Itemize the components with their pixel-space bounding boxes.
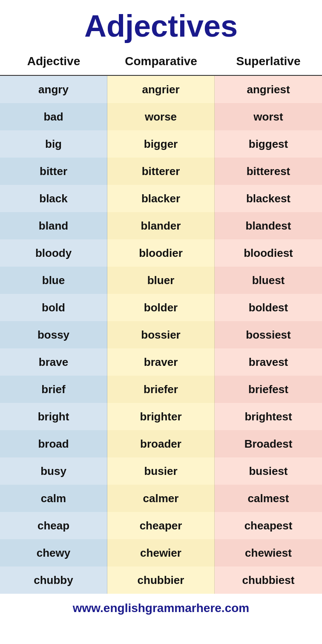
cell-comparative: bluer [107, 267, 215, 294]
cell-adjective: cheap [0, 512, 107, 539]
cell-superlative: bitterest [215, 158, 322, 185]
cell-superlative: cheapest [215, 512, 322, 539]
cell-superlative: bluest [215, 267, 322, 294]
cell-superlative: chubbiest [215, 566, 322, 594]
cell-superlative: blackest [215, 185, 322, 212]
table-body: angryangrierangriestbadworseworstbigbigg… [0, 76, 322, 594]
table-header: Adjective Comparative Superlative [0, 48, 322, 76]
cell-comparative: broader [107, 430, 215, 457]
table-row: briefbrieferbriefest [0, 376, 322, 403]
cell-comparative: bloodier [107, 239, 215, 267]
cell-comparative: busier [107, 457, 215, 485]
cell-adjective: bold [0, 294, 107, 321]
table-row: calmcalmercalmest [0, 485, 322, 512]
adjectives-table: 🎓 🇬🇧 English Grammar Here .Com 🎓 🇬🇧 Engl… [0, 48, 322, 594]
cell-comparative: worse [107, 103, 215, 130]
table-row: chubbychubbierchubbiest [0, 566, 322, 594]
cell-comparative: cheaper [107, 512, 215, 539]
table-row: broadbroaderBroadest [0, 430, 322, 457]
cell-superlative: bloodiest [215, 239, 322, 267]
cell-superlative: blandest [215, 212, 322, 239]
cell-adjective: bland [0, 212, 107, 239]
cell-comparative: bigger [107, 130, 215, 158]
cell-comparative: chewier [107, 539, 215, 566]
header-adjective: Adjective [0, 51, 107, 72]
cell-superlative: briefest [215, 376, 322, 403]
cell-superlative: biggest [215, 130, 322, 158]
header-superlative: Superlative [215, 51, 322, 72]
cell-superlative: worst [215, 103, 322, 130]
cell-adjective: blue [0, 267, 107, 294]
cell-superlative: calmest [215, 485, 322, 512]
cell-adjective: brief [0, 376, 107, 403]
table-row: busybusierbusiest [0, 457, 322, 485]
cell-adjective: brave [0, 348, 107, 376]
cell-comparative: bossier [107, 321, 215, 348]
table-row: badworseworst [0, 103, 322, 130]
cell-superlative: bravest [215, 348, 322, 376]
cell-superlative: Broadest [215, 430, 322, 457]
table-wrapper: Adjective Comparative Superlative angrya… [0, 48, 322, 594]
cell-adjective: bloody [0, 239, 107, 267]
page-title: Adjectives [0, 0, 322, 48]
cell-comparative: bolder [107, 294, 215, 321]
cell-comparative: braver [107, 348, 215, 376]
cell-adjective: broad [0, 430, 107, 457]
cell-superlative: bossiest [215, 321, 322, 348]
table-row: bluebluerbluest [0, 267, 322, 294]
cell-comparative: blander [107, 212, 215, 239]
cell-adjective: bitter [0, 158, 107, 185]
table-row: bloodybloodierbloodiest [0, 239, 322, 267]
table-row: bitterbittererbitterest [0, 158, 322, 185]
cell-adjective: bossy [0, 321, 107, 348]
cell-comparative: angrier [107, 76, 215, 103]
cell-adjective: bright [0, 403, 107, 430]
table-row: boldbolderboldest [0, 294, 322, 321]
table-row: bossybossierbossiest [0, 321, 322, 348]
table-row: chewychewierchewiest [0, 539, 322, 566]
cell-adjective: chubby [0, 566, 107, 594]
cell-adjective: chewy [0, 539, 107, 566]
table-row: blandblanderblandest [0, 212, 322, 239]
table-row: blackblackerblackest [0, 185, 322, 212]
table-row: angryangrierangriest [0, 76, 322, 103]
table-row: bigbiggerbiggest [0, 130, 322, 158]
cell-superlative: brightest [215, 403, 322, 430]
table-row: bravebraverbravest [0, 348, 322, 376]
cell-adjective: bad [0, 103, 107, 130]
cell-comparative: chubbier [107, 566, 215, 594]
cell-superlative: chewiest [215, 539, 322, 566]
table-row: cheapcheapercheapest [0, 512, 322, 539]
cell-adjective: black [0, 185, 107, 212]
table-row: brightbrighterbrightest [0, 403, 322, 430]
cell-comparative: briefer [107, 376, 215, 403]
cell-superlative: boldest [215, 294, 322, 321]
cell-adjective: calm [0, 485, 107, 512]
cell-comparative: bitterer [107, 158, 215, 185]
header-comparative: Comparative [107, 51, 215, 72]
cell-adjective: big [0, 130, 107, 158]
cell-adjective: busy [0, 457, 107, 485]
cell-comparative: calmer [107, 485, 215, 512]
cell-adjective: angry [0, 76, 107, 103]
cell-superlative: busiest [215, 457, 322, 485]
cell-comparative: blacker [107, 185, 215, 212]
cell-superlative: angriest [215, 76, 322, 103]
footer-url: www.englishgrammarhere.com [0, 594, 322, 623]
cell-comparative: brighter [107, 403, 215, 430]
